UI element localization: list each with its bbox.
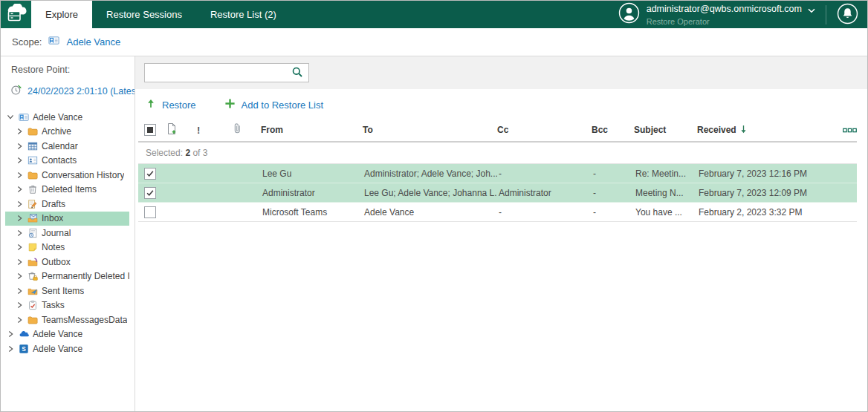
cell-cc: Administrator: [497, 188, 592, 198]
chevron-right-icon[interactable]: [7, 330, 14, 338]
tree-item-contacts-contacts[interactable]: Contacts: [5, 154, 129, 169]
tree-item-deleted-items-trash[interactable]: Deleted Items: [5, 183, 129, 197]
chevron-right-icon[interactable]: [16, 301, 23, 309]
column-header-to[interactable]: To: [363, 125, 497, 135]
scope-bar: Scope: Adele Vance: [1, 28, 867, 56]
select-all-checkbox[interactable]: [138, 124, 161, 136]
notifications-button[interactable]: [837, 3, 858, 27]
tree-item-archive-folder[interactable]: Archive: [5, 125, 129, 140]
restore-point-link[interactable]: 24/02/2023 2:01:10 (Latest): [27, 86, 135, 97]
item-type-column-header[interactable]: [161, 122, 190, 138]
column-header-bcc[interactable]: Bcc: [592, 125, 634, 135]
tree-item-adele-vance-mailbox-user[interactable]: Adele Vance: [5, 110, 129, 125]
add-button-label: Add to Restore List: [242, 99, 324, 111]
up-arrow-icon: [146, 98, 156, 111]
selection-count: 2: [185, 148, 190, 158]
cell-cc: -: [497, 169, 592, 179]
column-header-subject[interactable]: Subject: [634, 125, 697, 135]
restore-button[interactable]: Restore: [146, 98, 196, 111]
chevron-right-icon[interactable]: [16, 215, 23, 222]
mailbox-user-icon: [48, 35, 60, 49]
search-input[interactable]: [145, 68, 286, 78]
tree-item-label: Adele Vance: [33, 344, 82, 354]
table-row[interactable]: Microsoft TeamsAdele Vance--You have ...…: [138, 203, 857, 222]
chevron-right-icon[interactable]: [16, 272, 23, 280]
user-menu[interactable]: administrator@qwbs.onmicrosoft.com Resto…: [618, 2, 815, 27]
selection-summary: Selected: 2 of 3: [138, 143, 857, 164]
table-area: ! From To Cc Bcc Subject: [138, 119, 857, 411]
outbox-icon: [27, 256, 38, 267]
searchbox: [144, 63, 309, 82]
tree-item-label: Inbox: [42, 213, 63, 223]
topbar: ExploreRestore SessionsRestore List (2) …: [1, 1, 867, 28]
chevron-right-icon[interactable]: [16, 229, 23, 237]
add-to-restore-list-button[interactable]: Add to Restore List: [224, 98, 324, 111]
importance-icon: !: [197, 125, 200, 136]
chevron-right-icon[interactable]: [16, 243, 23, 251]
inbox-icon: [27, 213, 38, 224]
table-row[interactable]: AdministratorLee Gu; Adele Vance; Johann…: [138, 183, 857, 203]
calendar-icon: [27, 140, 38, 151]
scope-value-link[interactable]: Adele Vance: [66, 36, 120, 48]
tree-item-label: Conversation History: [42, 170, 124, 180]
chevron-right-icon[interactable]: [16, 258, 23, 266]
tree-item-tasks-tasks[interactable]: Tasks: [5, 298, 129, 313]
table-header: ! From To Cc Bcc Subject: [138, 119, 857, 143]
column-options-button[interactable]: [835, 123, 857, 137]
column-header-cc[interactable]: Cc: [497, 125, 592, 135]
chevron-right-icon[interactable]: [7, 345, 14, 353]
chevron-right-icon[interactable]: [16, 157, 23, 164]
cell-subject: Meeting N...: [634, 188, 697, 198]
row-checkbox[interactable]: [144, 206, 156, 218]
chevron-right-icon[interactable]: [16, 186, 23, 193]
tree-item-adele-vance-sharepoint[interactable]: SAdele Vance: [5, 341, 129, 356]
attachment-icon: [232, 122, 242, 137]
chevron-right-icon[interactable]: [16, 200, 23, 208]
importance-column-header[interactable]: !: [190, 125, 226, 136]
column-header-received[interactable]: Received: [697, 123, 835, 137]
tree-item-drafts-drafts[interactable]: Drafts: [5, 197, 129, 212]
tree-item-permanently-deleted-i-trash-lock[interactable]: Permanently Deleted I...: [5, 269, 129, 284]
tree-item-calendar-calendar[interactable]: Calendar: [5, 139, 129, 154]
search-button[interactable]: [286, 64, 308, 82]
restore-portal-window: ExploreRestore SessionsRestore List (2) …: [0, 0, 868, 412]
tab-explore[interactable]: Explore: [31, 1, 92, 28]
tree-item-inbox-inbox[interactable]: Inbox: [5, 212, 129, 226]
tab-restore-list-2[interactable]: Restore List (2): [196, 1, 291, 28]
tree-item-label: Contacts: [42, 155, 77, 166]
row-checkbox[interactable]: [144, 168, 156, 180]
tab-restore-sessions[interactable]: Restore Sessions: [92, 1, 196, 28]
restore-point-label: Restore Point:: [11, 65, 135, 75]
contacts-icon: [27, 155, 38, 166]
chevron-right-icon[interactable]: [16, 128, 23, 135]
tree-item-conversation-history-folder[interactable]: Conversation History: [5, 168, 129, 183]
chevron-right-icon[interactable]: [16, 316, 23, 324]
chevron-down-icon[interactable]: [7, 114, 14, 120]
content: Restore Point: 24/02/2023 2:01:10 (Lates…: [1, 56, 867, 411]
received-label: Received: [697, 125, 736, 135]
cell-received: February 7, 2023 12:09 PM: [697, 188, 835, 198]
column-header-from[interactable]: From: [261, 125, 363, 135]
attachment-column-header[interactable]: [226, 122, 261, 137]
chevron-right-icon[interactable]: [16, 287, 23, 295]
tree-item-outbox-outbox[interactable]: Outbox: [5, 255, 129, 269]
tree-item-teamsmessagesdata-folder[interactable]: TeamsMessagesData: [5, 313, 129, 327]
tree-item-adele-vance-onedrive[interactable]: Adele Vance: [5, 327, 129, 342]
tree-item-notes-notes[interactable]: Notes: [5, 241, 129, 255]
row-checkbox[interactable]: [144, 187, 156, 199]
action-toolbar: Restore Add to Restore List: [135, 89, 867, 119]
selection-suffix: of 3: [190, 148, 207, 158]
chevron-right-icon[interactable]: [16, 143, 23, 150]
search-band: [135, 56, 867, 89]
bell-icon: [837, 3, 858, 27]
table-row[interactable]: Lee GuAdministrator; Adele Vance; Joh...…: [138, 164, 857, 183]
tree-item-label: Tasks: [42, 300, 65, 310]
veeam-logo-icon: [6, 4, 27, 25]
veeam-logo[interactable]: [1, 1, 31, 28]
tree-item-label: TeamsMessagesData: [42, 315, 127, 325]
tree-item-journal-journal[interactable]: Journal: [5, 226, 129, 241]
tree-item-sent-items-sent[interactable]: Sent Items: [5, 284, 129, 298]
restore-clock-icon: [10, 84, 22, 99]
trash-lock-icon: [27, 271, 38, 282]
chevron-right-icon[interactable]: [16, 171, 23, 179]
